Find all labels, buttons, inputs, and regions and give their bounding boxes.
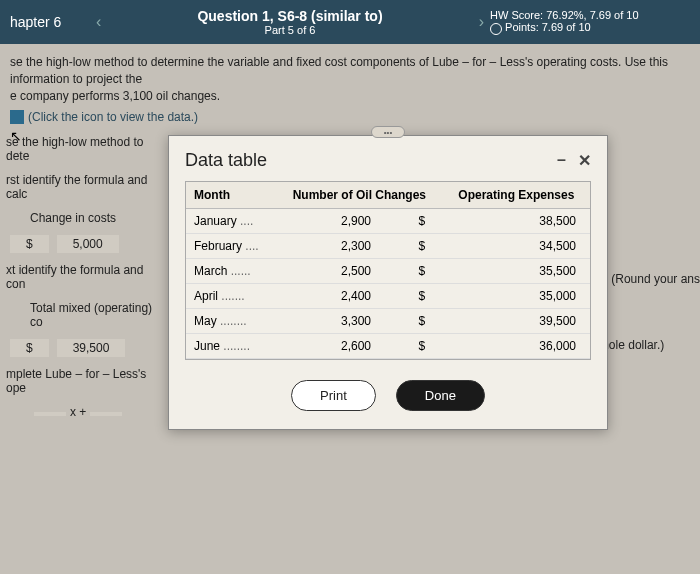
col-month: Month (186, 182, 276, 209)
currency-cell: $ (10, 235, 49, 253)
cell-expenses: 34,500 (443, 234, 590, 259)
background-form: se the high-low method to dete rst ident… (0, 130, 170, 424)
cell-month: June ........ (186, 334, 276, 359)
cell-expenses: 35,500 (443, 259, 590, 284)
header-center: Question 1, S6-8 (similar to) Part 5 of … (107, 8, 472, 36)
modal-footer: Print Done (169, 360, 607, 429)
view-data-text: (Click the icon to view the data.) (28, 110, 198, 124)
input-cell[interactable] (34, 412, 66, 416)
cell-currency: $ (401, 259, 443, 284)
score-block: HW Score: 76.92%, 7.69 of 10 Points: 7.6… (490, 9, 690, 34)
table-icon (10, 110, 24, 124)
prev-arrow[interactable]: ‹ (90, 13, 107, 31)
cell-changes: 3,300 (276, 309, 401, 334)
cell-changes: 2,900 (276, 209, 401, 234)
cell-changes: 2,600 (276, 334, 401, 359)
data-table: Month Number of Oil Changes Operating Ex… (186, 182, 590, 359)
cell-month: May ........ (186, 309, 276, 334)
points-score: Points: 7.69 of 10 (505, 21, 591, 33)
bg-text: se the high-low method to dete (0, 130, 170, 168)
col-expenses: Operating Expenses (443, 182, 590, 209)
problem-line1: se the high-low method to determine the … (10, 54, 690, 88)
modal-header: Data table – ✕ (169, 136, 607, 181)
cell-changes: 2,300 (276, 234, 401, 259)
modal-title: Data table (185, 150, 267, 171)
cell-currency: $ (401, 209, 443, 234)
table-row: March ......2,500$35,500 (186, 259, 590, 284)
bg-text: mplete Lube – for – Less's ope (0, 362, 170, 400)
question-title: Question 1, S6-8 (similar to) (107, 8, 472, 24)
bg-eq: x + (70, 405, 86, 419)
page-header: hapter 6 ‹ Question 1, S6-8 (similar to)… (0, 0, 700, 44)
currency-cell: $ (10, 339, 49, 357)
minimize-icon[interactable]: – (557, 151, 566, 170)
problem-line2: e company performs 3,100 oil changes. (10, 88, 690, 105)
bg-text: xt identify the formula and con (0, 258, 170, 296)
cell-expenses: 38,500 (443, 209, 590, 234)
bg-label: Change in costs (0, 206, 170, 230)
cell-month: February .... (186, 234, 276, 259)
cell-expenses: 35,000 (443, 284, 590, 309)
view-data-link[interactable]: (Click the icon to view the data.) (0, 108, 700, 126)
cell-currency: $ (401, 284, 443, 309)
cell-month: April ....... (186, 284, 276, 309)
close-icon[interactable]: ✕ (578, 151, 591, 170)
done-button[interactable]: Done (396, 380, 485, 411)
table-row: June ........2,600$36,000 (186, 334, 590, 359)
cell-expenses: 39,500 (443, 309, 590, 334)
cell-changes: 2,400 (276, 284, 401, 309)
cell-changes: 2,500 (276, 259, 401, 284)
cell-currency: $ (401, 234, 443, 259)
next-arrow[interactable]: › (473, 13, 490, 31)
chapter-label: hapter 6 (10, 14, 90, 30)
hw-score: HW Score: 76.92%, 7.69 of 10 (490, 9, 690, 21)
drag-handle-icon[interactable]: ••• (371, 126, 405, 138)
value-cell: 5,000 (57, 235, 119, 253)
col-changes: Number of Oil Changes (276, 182, 443, 209)
value-cell: 39,500 (57, 339, 126, 357)
data-table-modal: ••• Data table – ✕ Month Number of Oil C… (168, 135, 608, 430)
table-row: January ....2,900$38,500 (186, 209, 590, 234)
table-row: May ........3,300$39,500 (186, 309, 590, 334)
cell-month: January .... (186, 209, 276, 234)
cell-month: March ...... (186, 259, 276, 284)
target-icon (490, 23, 502, 35)
cell-currency: $ (401, 309, 443, 334)
cell-expenses: 36,000 (443, 334, 590, 359)
problem-statement: se the high-low method to determine the … (0, 44, 700, 108)
table-header-row: Month Number of Oil Changes Operating Ex… (186, 182, 590, 209)
print-button[interactable]: Print (291, 380, 376, 411)
table-row: April .......2,400$35,000 (186, 284, 590, 309)
table-container: Month Number of Oil Changes Operating Ex… (185, 181, 591, 360)
table-row: February ....2,300$34,500 (186, 234, 590, 259)
input-cell[interactable] (90, 412, 122, 416)
cell-currency: $ (401, 334, 443, 359)
question-part: Part 5 of 6 (107, 24, 472, 36)
bg-label: Total mixed (operating) co (0, 296, 170, 334)
bg-text: rst identify the formula and calc (0, 168, 170, 206)
